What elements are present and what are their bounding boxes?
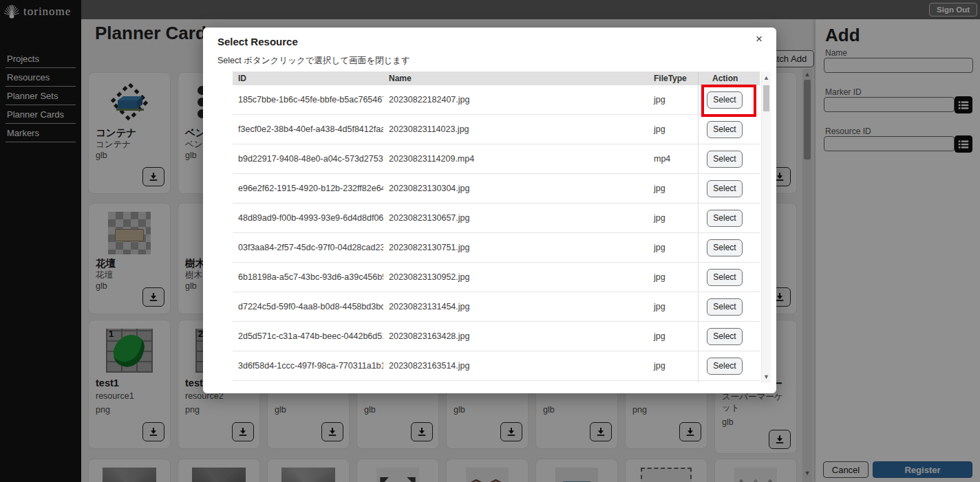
table-row: 2d5d571c-c31a-474b-beec-0442b6d51739 202… — [233, 322, 760, 351]
table-row: b9d22917-9408-48e0-a04c-573d27538d49 202… — [233, 144, 760, 174]
select-button[interactable]: Select — [707, 151, 743, 168]
select-button[interactable]: Select — [707, 269, 743, 286]
scroll-down-icon[interactable]: ▼ — [762, 373, 771, 380]
row-filetype: jpg — [648, 95, 698, 105]
modal-title: Select Resource — [217, 36, 298, 47]
select-resource-modal: Select Resource × Select ボタンクリックで選択して画面を… — [203, 28, 776, 393]
modal-subtitle: Select ボタンクリックで選択して画面を閉じます — [217, 55, 410, 67]
row-name: 20230823130751.jpg — [383, 243, 648, 252]
table-scrollbar[interactable]: ▲ ▼ — [761, 72, 771, 383]
row-id: b9d22917-9408-48e0-a04c-573d27538d49 — [233, 154, 383, 164]
row-filetype: jpg — [648, 124, 698, 134]
select-button[interactable]: Select — [707, 121, 743, 138]
row-name: 20230823114023.jpg — [383, 124, 648, 134]
table-row-partial — [233, 381, 760, 383]
row-id: 6b18198a-a5c7-43bc-93d6-a39c456b58c5 — [233, 272, 383, 282]
select-button[interactable]: Select — [707, 210, 743, 227]
row-filetype: jpg — [648, 302, 698, 311]
row-name: 20230823130657.jpg — [383, 213, 648, 223]
table-row: 3d6f58d4-1ccc-497f-98ca-770311a1b111 202… — [233, 351, 760, 381]
table-row: 48d89ad9-f00b-4993-93e9-6d4d8df06a82 202… — [233, 204, 760, 233]
row-filetype: jpg — [648, 243, 698, 252]
select-button[interactable]: Select — [707, 91, 743, 109]
table-row: e96e2f62-1915-4920-b12b-232ff82e6403 202… — [233, 174, 760, 204]
row-filetype: jpg — [648, 272, 698, 282]
row-id: d7224c5d-59f0-4aa8-b0d8-4458bd3bc105 — [233, 302, 383, 311]
col-header-id: ID — [233, 74, 383, 83]
row-filetype: jpg — [648, 331, 698, 341]
row-filetype: jpg — [648, 361, 698, 371]
row-name: 20230823114209.mp4 — [383, 154, 648, 164]
row-name: 20230823163514.jpg — [383, 361, 648, 371]
row-id: 03f3aa84-2f57-45dc-97f0-04d28cad23d7 — [233, 243, 383, 252]
table-row: 6b18198a-a5c7-43bc-93d6-a39c456b58c5 202… — [233, 263, 760, 292]
row-id: 2d5d571c-c31a-474b-beec-0442b6d51739 — [233, 331, 383, 341]
row-filetype: jpg — [648, 184, 698, 193]
select-button[interactable]: Select — [707, 298, 743, 316]
row-id: f3ecf0e2-38b4-40ef-a438-4d5f8412faaf — [233, 124, 383, 134]
select-button[interactable]: Select — [707, 180, 743, 197]
row-id: 3d6f58d4-1ccc-497f-98ca-770311a1b111 — [233, 361, 383, 371]
col-header-action: Action — [698, 72, 759, 85]
close-icon[interactable]: × — [752, 32, 767, 47]
row-id: e96e2f62-1915-4920-b12b-232ff82e6403 — [233, 184, 383, 193]
row-name: 20230822182407.jpg — [383, 95, 648, 105]
col-header-name: Name — [383, 74, 648, 83]
col-header-filetype: FileType — [648, 74, 698, 83]
table-header: ID Name FileType Action — [233, 72, 760, 85]
table-row: d7224c5d-59f0-4aa8-b0d8-4458bd3bc105 202… — [233, 292, 760, 322]
scroll-up-icon[interactable]: ▲ — [762, 74, 771, 81]
row-name: 20230823131454.jpg — [383, 302, 648, 311]
row-id: 48d89ad9-f00b-4993-93e9-6d4d8df06a82 — [233, 213, 383, 223]
table-row: f3ecf0e2-38b4-40ef-a438-4d5f8412faaf 202… — [233, 115, 760, 144]
select-button[interactable]: Select — [707, 328, 743, 345]
row-filetype: jpg — [648, 213, 698, 223]
row-name: 20230823130952.jpg — [383, 272, 648, 282]
row-filetype: mp4 — [648, 154, 698, 164]
select-button[interactable]: Select — [707, 239, 743, 256]
row-name: 20230823130304.jpg — [383, 184, 648, 193]
select-button[interactable]: Select — [707, 358, 743, 375]
row-name: 20230823163428.jpg — [383, 331, 648, 341]
scrollbar-thumb[interactable] — [763, 85, 769, 111]
row-id: 185c7bbe-1b6c-45fe-bbfe-b5ac765467a4 — [233, 95, 383, 105]
resource-table: ID Name FileType Action 185c7bbe-1b6c-45… — [233, 72, 760, 383]
table-row: 185c7bbe-1b6c-45fe-bbfe-b5ac765467a4 202… — [233, 85, 760, 115]
table-row: 03f3aa84-2f57-45dc-97f0-04d28cad23d7 202… — [233, 233, 760, 263]
